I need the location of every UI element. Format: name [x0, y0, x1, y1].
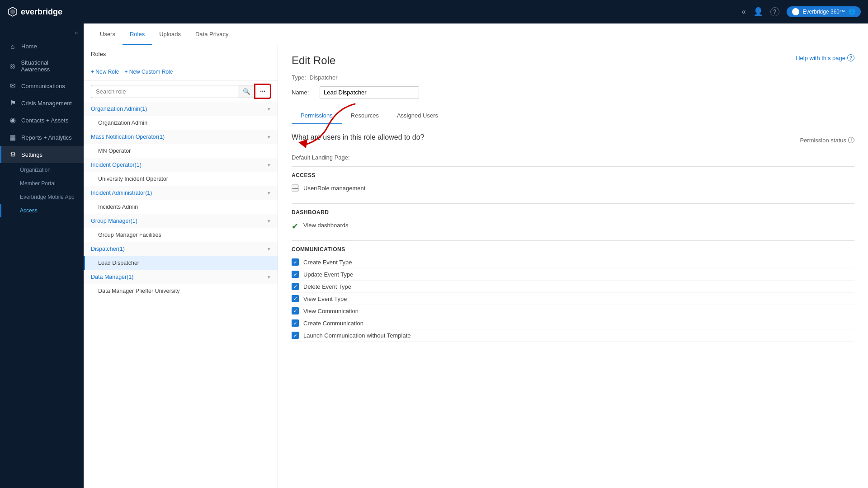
logo: everbridge: [7, 6, 62, 17]
situational-awareness-icon: ◎: [9, 62, 16, 70]
checkmark-icon[interactable]: ✔: [292, 221, 299, 229]
role-group-dispatcher[interactable]: Dispatcher(1) ▾: [84, 242, 278, 256]
name-label: Name:: [292, 89, 314, 96]
communications-icon: ✉: [9, 82, 17, 90]
role-group-name: Incident Operator(1): [91, 162, 142, 168]
role-group-org-admin[interactable]: Organization Admin(1) ▾: [84, 102, 278, 116]
tab-permissions[interactable]: Permissions: [292, 108, 342, 124]
communications-section: COMMUNICATIONS ✓ Create Event Type ✓ Upd…: [292, 240, 854, 342]
permission-item: — User/Role management: [292, 182, 854, 194]
chevron-down-icon: ▾: [268, 162, 270, 168]
contacts-icon: ◉: [9, 116, 17, 124]
sidebar-item-everbridge-mobile[interactable]: Everbridge Mobile App: [0, 190, 84, 204]
perm-launch-communication: ✓ Launch Communication without Template: [292, 329, 854, 342]
role-group-incident-admin[interactable]: Incident Administrator(1) ▾: [84, 186, 278, 200]
role-group-name: Organization Admin(1): [91, 106, 147, 112]
role-group-data-manager[interactable]: Data Manager(1) ▾: [84, 270, 278, 284]
role-group-mass-notif[interactable]: Mass Notification Operator(1) ▾: [84, 130, 278, 144]
crisis-icon: ⚑: [9, 99, 17, 107]
checkbox-checked-icon[interactable]: ✓: [292, 295, 299, 302]
toggle-circle: [792, 8, 799, 15]
reports-icon: ▦: [9, 133, 17, 141]
chevron-down-icon: ▾: [268, 218, 270, 224]
sidebar-item-communications[interactable]: ✉ Communications: [0, 77, 84, 94]
sidebar-item-settings[interactable]: ⚙ Settings: [0, 146, 84, 163]
sidebar-item-label: Situational Awareness: [21, 59, 76, 73]
tab-uploads[interactable]: Uploads: [152, 24, 188, 45]
collapse-icon[interactable]: «: [742, 8, 746, 16]
sidebar-item-label: Communications: [21, 83, 65, 89]
search-icon: 🔍: [243, 88, 250, 95]
search-button[interactable]: 🔍: [238, 85, 255, 98]
perm-view-communication: ✓ View Communication: [292, 305, 854, 317]
permission-status[interactable]: Permission status i: [800, 137, 854, 144]
everbridge-toggle[interactable]: Everbridge 360™ 🌐: [787, 6, 861, 17]
role-group-name: Mass Notification Operator(1): [91, 134, 165, 140]
checkbox-checked-icon[interactable]: ✓: [292, 332, 299, 339]
role-item-mn-operator[interactable]: MN Operator: [84, 144, 278, 158]
tab-assigned-users[interactable]: Assigned Users: [388, 108, 447, 124]
role-item-org-admin[interactable]: Organization Admin: [84, 116, 278, 130]
inner-tabs: Permissions Resources Assigned Users: [292, 108, 854, 124]
new-role-button[interactable]: + New Role: [91, 67, 119, 77]
sidebar-item-home[interactable]: ⌂ Home: [0, 38, 84, 55]
dashboard-section: DASHBOARD ✔ View dashboards: [292, 203, 854, 231]
search-role-input[interactable]: [91, 85, 238, 98]
sidebar-item-organization[interactable]: Organization: [0, 163, 84, 177]
sidebar-item-label: Home: [21, 43, 37, 50]
edit-panel: Edit Role Help with this page ? Type: Di…: [278, 45, 868, 488]
perm-delete-event-type: ✓ Delete Event Type: [292, 281, 854, 293]
role-item-data-manager-pfieffer[interactable]: Data Manager Pfieffer University: [84, 284, 278, 298]
checkbox-checked-icon[interactable]: ✓: [292, 319, 299, 327]
checkbox-checked-icon[interactable]: ✓: [292, 258, 299, 266]
help-icon[interactable]: ?: [770, 7, 779, 16]
sidebar: « ⌂ Home ◎ Situational Awareness ✉ Commu…: [0, 23, 84, 488]
checkbox-checked-icon[interactable]: ✓: [292, 283, 299, 290]
sidebar-item-contacts-assets[interactable]: ◉ Contacts + Assets: [0, 112, 84, 129]
permissions-question: What are users in this role allowed to d…: [292, 133, 424, 141]
sidebar-item-label: Crisis Management: [21, 100, 72, 107]
user-icon[interactable]: 👤: [753, 7, 763, 17]
tab-users[interactable]: Users: [93, 24, 123, 45]
tab-roles[interactable]: Roles: [123, 24, 152, 45]
role-name-input[interactable]: [320, 86, 419, 99]
panels: Roles + New Role + New Custom Role 🔍 ···: [84, 45, 868, 488]
role-item-lead-dispatcher[interactable]: Lead Dispatcher: [84, 256, 278, 270]
roles-header: Roles: [84, 45, 278, 63]
help-link[interactable]: Help with this page ?: [796, 54, 854, 61]
sidebar-item-crisis-management[interactable]: ⚑ Crisis Management: [0, 94, 84, 112]
roles-panel: Roles + New Role + New Custom Role 🔍 ···: [84, 45, 278, 488]
access-label: ACCESS: [292, 166, 854, 178]
search-more-button[interactable]: ···: [255, 84, 270, 98]
topbar-right: « 👤 ? Everbridge 360™ 🌐: [742, 6, 861, 17]
tab-data-privacy[interactable]: Data Privacy: [188, 24, 236, 45]
role-item-univ-incident-op[interactable]: University Incident Operator: [84, 172, 278, 186]
access-section: ACCESS — User/Role management: [292, 166, 854, 194]
help-circle-icon: ?: [847, 54, 854, 61]
roles-actions: + New Role + New Custom Role: [84, 63, 278, 81]
tabs-bar: Users Roles Uploads Data Privacy: [84, 23, 868, 45]
role-group-name: Data Manager(1): [91, 274, 134, 280]
checkbox-checked-icon[interactable]: ✓: [292, 307, 299, 314]
tab-resources[interactable]: Resources: [342, 108, 388, 124]
edit-role-title: Edit Role: [292, 54, 335, 67]
sidebar-item-access[interactable]: Access: [0, 204, 84, 217]
role-item-group-manager-facilities[interactable]: Group Manager Facilities: [84, 228, 278, 242]
sidebar-collapse-btn[interactable]: «: [0, 27, 84, 38]
perm-dash-icon[interactable]: —: [292, 184, 299, 192]
chevron-down-icon: ▾: [268, 246, 270, 252]
name-row: Name:: [292, 86, 854, 99]
role-group-incident-op[interactable]: Incident Operator(1) ▾: [84, 158, 278, 172]
settings-icon: ⚙: [9, 150, 17, 159]
dashboard-label: DASHBOARD: [292, 203, 854, 216]
role-item-incidents-admin[interactable]: Incidents Admin: [84, 200, 278, 214]
permission-item-view-dashboards: ✔ View dashboards: [292, 219, 854, 231]
checkbox-checked-icon[interactable]: ✓: [292, 271, 299, 278]
perm-view-event-type: ✓ View Event Type: [292, 293, 854, 305]
role-group-group-manager[interactable]: Group Manager(1) ▾: [84, 214, 278, 228]
sidebar-item-situational-awareness[interactable]: ◎ Situational Awareness: [0, 55, 84, 77]
sidebar-item-reports-analytics[interactable]: ▦ Reports + Analytics: [0, 129, 84, 146]
sidebar-item-member-portal[interactable]: Member Portal: [0, 177, 84, 190]
sidebar-item-label: Reports + Analytics: [21, 134, 72, 141]
new-custom-role-button[interactable]: + New Custom Role: [124, 67, 173, 77]
